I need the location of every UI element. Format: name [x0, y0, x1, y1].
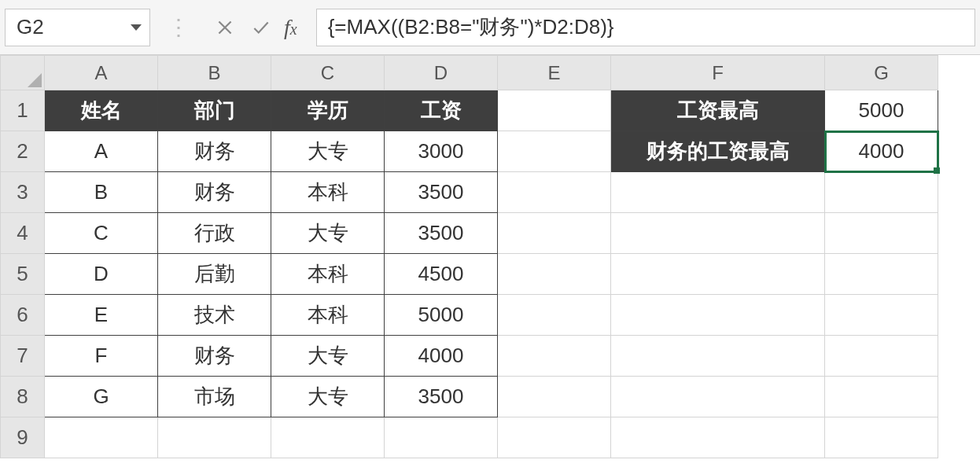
row-8: 8 G 市场 大专 3500 — [1, 377, 938, 417]
row-4: 4 C 行政 大专 3500 — [1, 213, 938, 254]
col-header-A[interactable]: A — [45, 56, 158, 90]
row-2: 2 A 财务 大专 3000 财务的工资最高 4000 — [1, 131, 938, 172]
cell-A7[interactable]: F — [45, 336, 158, 377]
cell-B4[interactable]: 行政 — [158, 213, 271, 254]
cell-C8[interactable]: 大专 — [271, 377, 385, 417]
row-header-8[interactable]: 8 — [1, 377, 45, 417]
cell-D6[interactable]: 5000 — [385, 295, 498, 336]
separator: ⋮ — [168, 14, 190, 40]
cell-C6[interactable]: 本科 — [271, 295, 385, 336]
cell-D1[interactable]: 工资 — [385, 90, 498, 131]
cell-A6[interactable]: E — [45, 295, 158, 336]
cell-A4[interactable]: C — [45, 213, 158, 254]
x-icon — [215, 17, 235, 38]
enter-button[interactable] — [243, 11, 279, 44]
cell-D4[interactable]: 3500 — [385, 213, 498, 254]
formula-input[interactable]: {=MAX((B2:B8="财务")*D2:D8)} — [316, 9, 975, 46]
cell-E9[interactable] — [498, 417, 611, 458]
cell-G6[interactable] — [825, 295, 938, 336]
row-3: 3 B 财务 本科 3500 — [1, 172, 938, 213]
cell-G7[interactable] — [825, 336, 938, 377]
cell-A2[interactable]: A — [45, 131, 158, 172]
cell-D9[interactable] — [385, 417, 498, 458]
col-header-C[interactable]: C — [271, 56, 385, 90]
cell-G5[interactable] — [825, 254, 938, 295]
cell-C5[interactable]: 本科 — [271, 254, 385, 295]
row-7: 7 F 财务 大专 4000 — [1, 336, 938, 377]
cell-E4[interactable] — [498, 213, 611, 254]
cell-C7[interactable]: 大专 — [271, 336, 385, 377]
row-header-5[interactable]: 5 — [1, 254, 45, 295]
cell-D7[interactable]: 4000 — [385, 336, 498, 377]
cell-E7[interactable] — [498, 336, 611, 377]
cell-F6[interactable] — [611, 295, 825, 336]
row-header-4[interactable]: 4 — [1, 213, 45, 254]
cell-A3[interactable]: B — [45, 172, 158, 213]
cell-D8[interactable]: 3500 — [385, 377, 498, 417]
fx-button[interactable]: fx — [284, 15, 297, 40]
cell-G4[interactable] — [825, 213, 938, 254]
cell-F1[interactable]: 工资最高 — [611, 90, 825, 131]
cell-D3[interactable]: 3500 — [385, 172, 498, 213]
row-1: 1 姓名 部门 学历 工资 工资最高 5000 — [1, 90, 938, 131]
cell-E8[interactable] — [498, 377, 611, 417]
cell-B5[interactable]: 后勤 — [158, 254, 271, 295]
spreadsheet-grid[interactable]: A B C D E F G 1 姓名 部门 学历 工资 工资最高 5000 2 … — [0, 55, 980, 458]
cancel-button[interactable] — [207, 11, 243, 44]
select-all-corner[interactable] — [1, 56, 45, 90]
row-header-1[interactable]: 1 — [1, 90, 45, 131]
cell-G9[interactable] — [825, 417, 938, 458]
cell-B2[interactable]: 财务 — [158, 131, 271, 172]
row-header-2[interactable]: 2 — [1, 131, 45, 172]
cell-B3[interactable]: 财务 — [158, 172, 271, 213]
col-header-B[interactable]: B — [158, 56, 271, 90]
cell-B1[interactable]: 部门 — [158, 90, 271, 131]
cell-F9[interactable] — [611, 417, 825, 458]
cell-C2[interactable]: 大专 — [271, 131, 385, 172]
row-header-3[interactable]: 3 — [1, 172, 45, 213]
cell-G8[interactable] — [825, 377, 938, 417]
cell-E6[interactable] — [498, 295, 611, 336]
cell-G3[interactable] — [825, 172, 938, 213]
cell-E2[interactable] — [498, 131, 611, 172]
cell-E3[interactable] — [498, 172, 611, 213]
dropdown-icon[interactable] — [131, 24, 142, 31]
cell-F7[interactable] — [611, 336, 825, 377]
cell-C9[interactable] — [271, 417, 385, 458]
cell-A8[interactable]: G — [45, 377, 158, 417]
col-header-E[interactable]: E — [498, 56, 611, 90]
col-header-G[interactable]: G — [825, 56, 938, 90]
row-header-7[interactable]: 7 — [1, 336, 45, 377]
cell-C3[interactable]: 本科 — [271, 172, 385, 213]
cell-B8[interactable]: 市场 — [158, 377, 271, 417]
cell-B9[interactable] — [158, 417, 271, 458]
row-header-9[interactable]: 9 — [1, 417, 45, 458]
cell-G1[interactable]: 5000 — [825, 90, 938, 131]
cell-F4[interactable] — [611, 213, 825, 254]
name-box-value: G2 — [17, 15, 44, 39]
cell-F2[interactable]: 财务的工资最高 — [611, 131, 825, 172]
cell-A5[interactable]: D — [45, 254, 158, 295]
cell-F5[interactable] — [611, 254, 825, 295]
formula-bar: G2 ⋮ fx {=MAX((B2:B8="财务")*D2:D8)} — [0, 0, 980, 55]
formula-text: {=MAX((B2:B8="财务")*D2:D8)} — [328, 13, 614, 41]
cell-E1[interactable] — [498, 90, 611, 131]
cell-F8[interactable] — [611, 377, 825, 417]
check-icon — [251, 17, 271, 38]
name-box[interactable]: G2 — [5, 9, 150, 46]
cell-C1[interactable]: 学历 — [271, 90, 385, 131]
cell-A1[interactable]: 姓名 — [45, 90, 158, 131]
row-header-6[interactable]: 6 — [1, 295, 45, 336]
cell-E5[interactable] — [498, 254, 611, 295]
cell-C4[interactable]: 大专 — [271, 213, 385, 254]
col-header-F[interactable]: F — [611, 56, 825, 90]
cell-B7[interactable]: 财务 — [158, 336, 271, 377]
col-header-D[interactable]: D — [385, 56, 498, 90]
row-9: 9 — [1, 417, 938, 458]
cell-F3[interactable] — [611, 172, 825, 213]
cell-A9[interactable] — [45, 417, 158, 458]
cell-D2[interactable]: 3000 — [385, 131, 498, 172]
cell-B6[interactable]: 技术 — [158, 295, 271, 336]
cell-D5[interactable]: 4500 — [385, 254, 498, 295]
cell-G2[interactable]: 4000 — [825, 131, 938, 172]
